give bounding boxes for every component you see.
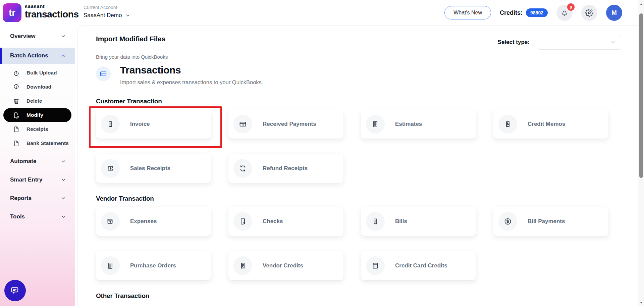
chat-icon: [10, 286, 20, 295]
card-grid-vendor-transaction: ExpensesChecksBillsBill PaymentsPurchase…: [96, 207, 621, 280]
notification-count-badge: 0: [567, 3, 575, 11]
file-icon: [13, 126, 20, 133]
invoice-icon: [101, 115, 120, 134]
vertical-scrollbar[interactable]: ▲ ▼: [638, 0, 644, 306]
credit-card-credits-icon: [366, 256, 385, 275]
settings-button[interactable]: [581, 5, 597, 21]
card-label: Vendor Credits: [263, 262, 303, 269]
card-expenses[interactable]: Expenses: [96, 207, 211, 236]
upload-icon: [13, 69, 20, 76]
sidebar-item-bulk-upload[interactable]: Bulk Upload: [3, 66, 71, 80]
group-title-customer-transaction: Customer Transaction: [96, 98, 621, 105]
file-icon: [13, 140, 20, 147]
file-pen-icon: [13, 112, 20, 119]
sidebar-item-label: Bulk Upload: [26, 70, 57, 76]
chat-widget-button[interactable]: [4, 280, 26, 301]
card-label: Credit Memos: [528, 121, 565, 128]
sidebar-item-label: Smart Entry: [10, 176, 42, 183]
sidebar-item-automate[interactable]: Automate: [0, 154, 75, 169]
card-label: Estimates: [395, 121, 422, 128]
credits-badge: 98902: [526, 8, 548, 17]
sidebar-item-download[interactable]: Download: [3, 80, 71, 94]
chevron-down-icon: [61, 177, 66, 183]
account-name: SaasAnt Demo: [84, 12, 122, 19]
sidebar-item-tools[interactable]: Tools: [0, 209, 75, 224]
page-subtitle: Bring your data into QuickBooks: [96, 54, 621, 60]
user-avatar[interactable]: M: [606, 5, 622, 21]
card-label: Purchase Orders: [130, 262, 176, 269]
estimates-icon: [366, 115, 385, 134]
card-label: Bill Payments: [528, 218, 565, 225]
card-purchase-orders[interactable]: Purchase Orders: [96, 251, 211, 280]
sidebar-item-label: Download: [26, 84, 51, 90]
transactions-icon: [96, 66, 111, 81]
notifications-button[interactable]: 0: [556, 5, 573, 21]
brand-line1: saasant: [25, 4, 79, 9]
card-credit-memos[interactable]: Credit Memos: [493, 109, 608, 139]
scroll-down-arrow[interactable]: ▼: [638, 300, 644, 305]
card-label: Checks: [263, 218, 283, 225]
whats-new-button[interactable]: What's New: [444, 6, 491, 19]
sidebar-item-modify[interactable]: Modify: [3, 108, 71, 122]
download-icon: [13, 84, 20, 91]
bills-icon: [366, 212, 385, 231]
chevron-down-icon: [61, 34, 66, 39]
trash-icon: [13, 98, 20, 105]
card-bills[interactable]: Bills: [361, 207, 476, 236]
card-invoice[interactable]: Invoice: [96, 109, 211, 139]
sidebar-item-bank-statements[interactable]: Bank Statements: [3, 136, 71, 150]
sidebar-item-overview[interactable]: Overview: [0, 29, 75, 44]
chevron-down-icon: [61, 214, 66, 219]
card-credit-card-credits[interactable]: Credit Card Credits: [361, 251, 476, 280]
card-estimates[interactable]: Estimates: [361, 109, 476, 139]
credits: Credits: 98902: [500, 8, 548, 17]
card-label: Bills: [395, 218, 407, 225]
refund-receipts-icon: [233, 159, 252, 178]
sidebar-item-receipts[interactable]: Receipts: [3, 122, 71, 136]
brand-line2: transactions: [25, 10, 79, 19]
current-account-label: Current Account: [84, 5, 130, 10]
section-title: Transactions: [120, 64, 263, 76]
card-label: Received Payments: [263, 121, 316, 128]
expenses-icon: [101, 212, 120, 231]
card-vendor-credits[interactable]: Vendor Credits: [228, 251, 343, 280]
sidebar: OverviewBatch ActionsBulk UploadDownload…: [0, 26, 75, 306]
checks-icon: [233, 212, 252, 231]
chevron-down-icon: [61, 159, 66, 164]
card-sales-receipts[interactable]: Sales Receipts: [96, 154, 211, 183]
sidebar-item-label: Modify: [26, 112, 43, 118]
sidebar-item-label: Automate: [10, 158, 36, 165]
sidebar-item-batch-actions[interactable]: Batch Actions: [0, 48, 75, 64]
sidebar-item-smart-entry[interactable]: Smart Entry: [0, 172, 75, 187]
sidebar-item-label: Delete: [26, 98, 42, 104]
sidebar-item-delete[interactable]: Delete: [3, 94, 71, 108]
chevron-down-icon: [610, 39, 616, 45]
group-title-other-transaction: Other Transaction: [96, 292, 621, 300]
card-refund-receipts[interactable]: Refund Receipts: [228, 154, 343, 183]
select-type-label: Select type:: [498, 39, 530, 46]
card-grid-customer-transaction: InvoiceReceived PaymentsEstimatesCredit …: [96, 109, 621, 183]
scrollbar-thumb[interactable]: [639, 13, 643, 178]
card-label: Invoice: [130, 121, 150, 128]
top-header: tr saasant transactions Current Account …: [0, 0, 638, 26]
sidebar-item-reports[interactable]: Reports: [0, 191, 75, 206]
card-bill-payments[interactable]: Bill Payments: [493, 207, 608, 236]
main-content: Import Modified Files Select type: Bring…: [77, 26, 638, 306]
sidebar-item-label: Overview: [10, 33, 36, 40]
scroll-up-arrow[interactable]: ▲: [638, 1, 644, 7]
account-switcher[interactable]: SaasAnt Demo: [84, 12, 130, 19]
card-label: Credit Card Credits: [395, 262, 447, 269]
saasant-logo-icon[interactable]: tr: [3, 3, 21, 22]
select-type-dropdown[interactable]: [538, 35, 621, 50]
gear-icon: [585, 9, 593, 17]
card-label: Expenses: [130, 218, 157, 225]
credit-memos-icon: [498, 115, 517, 134]
brand-name: saasant transactions: [25, 4, 79, 19]
sidebar-item-label: Bank Statements: [26, 140, 69, 146]
section-description: Import sales & expenses transactions to …: [120, 79, 263, 86]
bell-icon: [560, 9, 569, 17]
card-checks[interactable]: Checks: [228, 207, 343, 236]
sidebar-item-label: Receipts: [26, 126, 48, 132]
card-received-payments[interactable]: Received Payments: [228, 109, 343, 139]
chevron-down-icon: [125, 13, 130, 18]
